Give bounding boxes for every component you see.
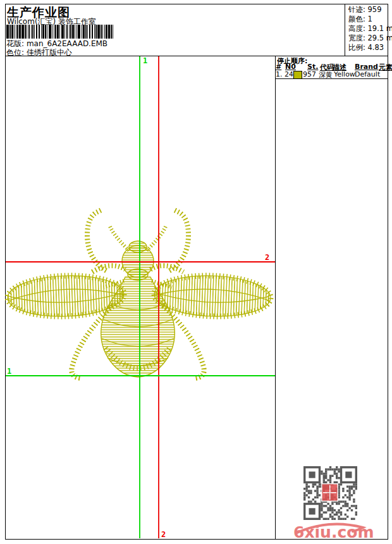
row-code: 深黄 [319,70,333,80]
marker-1-top: 1 [143,56,147,65]
scale-row: 比例: 4.83 [348,43,392,53]
site-logo[interactable]: 6xiu.com [292,521,368,541]
marker-2-right: 2 [265,253,269,262]
pattern-label: 花版: [6,39,24,48]
right-wing [154,274,271,318]
logo-text: 6xiu.com [293,523,374,541]
design-canvas: 1 1 2 2 [5,56,276,539]
barcode-icon [6,25,122,39]
production-worksheet: 生产作业图 Wilcom(汇宝) 装饰工作室 花版: man_6A2EAAAD.… [0,0,392,544]
design-info-block: 针迹: 959 颜色: 1 高度: 19.1 mm 宽度: 29.5 mm 比例… [348,5,392,53]
pattern-filename: man_6A2EAAAD.EMB [27,39,107,48]
width-row: 宽度: 29.5 mm [348,34,392,43]
row-brand: Default [355,70,380,78]
color-count-row: 颜色: 1 [348,15,392,24]
thread-color-swatch [293,71,302,79]
bee-embroidery [7,209,271,378]
row-num: 1. [276,70,283,78]
row-stitches: 957 [303,70,316,78]
left-upper-leg [92,266,125,272]
row-description: Yellow [334,70,355,78]
marker-1-left: 1 [7,367,11,376]
red-seal-stamp-icon [321,483,338,502]
height-row: 高度: 19.1 mm [348,24,392,34]
marker-2-bottom: 2 [161,530,166,539]
right-inner-antenna [147,226,166,250]
header-divider [345,4,345,56]
stitch-count-row: 针迹: 959 [348,5,392,15]
row-needle: 24 [285,70,293,78]
left-inner-antenna [110,226,129,250]
col-element: 元素 [379,63,392,72]
right-upper-leg [150,266,183,272]
